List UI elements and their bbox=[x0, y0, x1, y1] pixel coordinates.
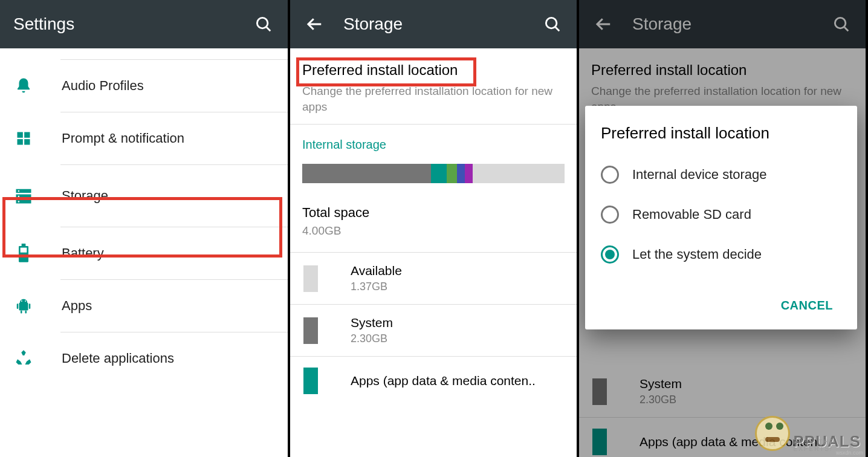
pref-title: Preferred install location bbox=[302, 62, 565, 79]
cancel-button[interactable]: CANCEL bbox=[772, 293, 841, 319]
storage-bar bbox=[302, 164, 565, 183]
storage-panel-dialog: Storage Preferred install location Chang… bbox=[579, 0, 868, 457]
storage-icon bbox=[13, 186, 34, 206]
list-item-prompt-notification[interactable]: Prompt & notification bbox=[0, 112, 288, 164]
list-item-label: Delete applications bbox=[62, 351, 174, 366]
radio-icon bbox=[601, 166, 619, 184]
storage-bar-segment bbox=[447, 164, 457, 183]
usage-color-swatch bbox=[303, 317, 318, 344]
svg-rect-4 bbox=[18, 139, 23, 144]
svg-rect-12 bbox=[22, 244, 26, 246]
search-icon[interactable] bbox=[253, 13, 274, 35]
usage-row[interactable]: System 2.30GB bbox=[290, 305, 577, 356]
recycle-icon bbox=[13, 348, 34, 369]
usage-value: 2.30GB bbox=[351, 332, 393, 345]
list-item-label: Battery bbox=[62, 245, 104, 261]
bell-icon bbox=[13, 76, 34, 96]
svg-rect-21 bbox=[25, 311, 27, 314]
dialog-title: Preferred install location bbox=[601, 124, 841, 143]
usage-label: Available bbox=[351, 264, 402, 278]
usage-row[interactable]: Available 1.37GB bbox=[290, 253, 577, 304]
svg-rect-14 bbox=[21, 248, 27, 253]
list-item-label: Storage bbox=[62, 188, 108, 204]
svg-point-16 bbox=[21, 300, 22, 302]
pref-subtitle: Change the preferred installation locati… bbox=[302, 83, 565, 114]
usage-value: 1.37GB bbox=[351, 280, 402, 293]
watermark-logo bbox=[755, 416, 790, 451]
list-item-label: Apps bbox=[62, 298, 92, 314]
page-title: Storage bbox=[343, 15, 403, 34]
list-item-label: Audio Profiles bbox=[62, 78, 144, 94]
list-item-apps[interactable]: Apps bbox=[0, 280, 288, 332]
storage-bar-segment bbox=[431, 164, 447, 183]
storage-bar-segment bbox=[302, 164, 431, 183]
radio-label: Let the system decide bbox=[632, 247, 762, 262]
usage-label: Apps (app data & media conten.. bbox=[351, 374, 536, 388]
storage-bar-segment bbox=[473, 164, 565, 183]
radio-option[interactable]: Removable SD card bbox=[601, 195, 841, 235]
android-icon bbox=[13, 296, 34, 316]
radio-icon bbox=[601, 245, 619, 264]
svg-line-24 bbox=[555, 27, 559, 31]
svg-rect-19 bbox=[29, 303, 31, 309]
back-icon[interactable] bbox=[303, 13, 325, 35]
usage-row[interactable]: Apps (app data & media conten.. bbox=[290, 357, 577, 405]
watermark-url: wsxdn.com bbox=[836, 450, 863, 456]
radio-option[interactable]: Internal device storage bbox=[601, 155, 841, 195]
svg-point-0 bbox=[257, 18, 268, 28]
svg-rect-5 bbox=[24, 139, 30, 144]
tiles-icon bbox=[13, 128, 34, 149]
total-space-item[interactable]: Total space 4.00GB bbox=[290, 183, 577, 252]
usage-label: System bbox=[351, 316, 393, 330]
list-item-storage[interactable]: Storage bbox=[0, 165, 288, 227]
svg-rect-20 bbox=[21, 311, 22, 314]
list-item-battery[interactable]: Battery bbox=[0, 227, 288, 279]
usage-color-swatch bbox=[303, 368, 318, 394]
search-icon[interactable] bbox=[542, 13, 563, 35]
radio-label: Internal device storage bbox=[632, 167, 767, 183]
page-title: Settings bbox=[13, 15, 74, 34]
battery-icon bbox=[13, 243, 34, 264]
total-value: 4.00GB bbox=[302, 224, 565, 238]
internal-storage-header: Internal storage bbox=[290, 125, 577, 164]
total-label: Total space bbox=[302, 205, 565, 221]
svg-rect-18 bbox=[17, 303, 19, 309]
svg-point-23 bbox=[546, 18, 557, 28]
radio-label: Removable SD card bbox=[632, 207, 751, 222]
radio-option[interactable]: Let the system decide bbox=[601, 235, 841, 274]
radio-icon bbox=[601, 206, 619, 224]
svg-rect-3 bbox=[24, 132, 30, 138]
preferred-install-location-item[interactable]: Preferred install location Change the pr… bbox=[290, 48, 577, 124]
storage-panel: Storage Preferred install location Chang… bbox=[290, 0, 579, 457]
svg-point-10 bbox=[18, 195, 20, 197]
usage-color-swatch bbox=[303, 265, 318, 292]
svg-rect-15 bbox=[19, 303, 28, 311]
preferred-install-location-dialog: Preferred install location Internal devi… bbox=[585, 106, 857, 329]
svg-point-17 bbox=[25, 300, 26, 302]
settings-list: Audio Profiles Prompt & notification Sto… bbox=[0, 59, 288, 384]
svg-point-9 bbox=[18, 190, 20, 192]
toolbar: Storage bbox=[290, 0, 577, 48]
list-item-label: Prompt & notification bbox=[62, 131, 184, 146]
svg-point-11 bbox=[18, 201, 20, 203]
storage-bar-segment bbox=[457, 164, 465, 183]
svg-rect-2 bbox=[18, 132, 23, 138]
watermark-appuals: PPUALS FROM THE EXPERTS! bbox=[755, 416, 861, 451]
list-item-audio-profiles[interactable]: Audio Profiles bbox=[0, 60, 288, 112]
list-item-delete-applications[interactable]: Delete applications bbox=[0, 332, 288, 384]
storage-bar-segment bbox=[465, 164, 473, 183]
svg-line-1 bbox=[267, 27, 270, 31]
settings-panel: Settings Audio Profiles Prompt & notific… bbox=[0, 0, 290, 457]
toolbar: Settings bbox=[0, 0, 288, 48]
